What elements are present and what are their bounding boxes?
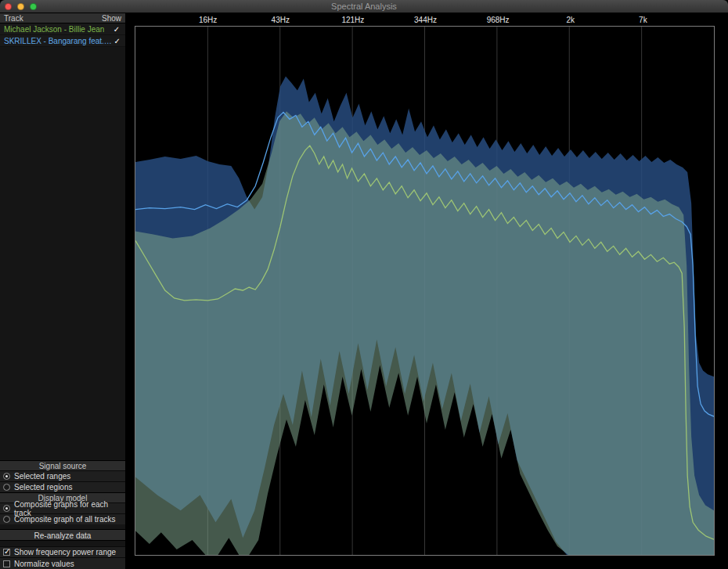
radio-label: Selected regions [14, 483, 73, 492]
track-row-bangarang[interactable]: SKRILLEX - Bangarang feat. Sirah [0, 35, 125, 47]
frequency-axis: 16Hz43Hz121Hz344Hz968Hz2k7k [126, 13, 728, 26]
signal-source-header: Signal source [0, 460, 125, 470]
freq-tick-label: 344Hz [414, 16, 437, 24]
freq-tick-label: 968Hz [487, 16, 510, 24]
checkbox-label: Normalize values [14, 560, 74, 568]
radio-selected-ranges[interactable]: Selected ranges [0, 470, 125, 481]
radio-label: Selected ranges [14, 472, 70, 481]
radio-icon[interactable] [3, 505, 10, 512]
track-list-header: Track Show [0, 13, 125, 23]
radio-icon[interactable] [3, 484, 10, 491]
close-button[interactable] [5, 3, 12, 10]
spectral-analysis-window: Spectral Analysis Track Show Michael Jac… [0, 0, 728, 569]
checkbox-icon[interactable] [3, 560, 10, 567]
checkbox-normalize-values[interactable]: Normalize values [0, 557, 125, 569]
radio-composite-all-tracks[interactable]: Composite graph of all tracks [0, 513, 125, 524]
checkbox-icon[interactable] [3, 549, 10, 556]
radio-label: Composite graph of all tracks [14, 515, 116, 524]
spectrum-canvas[interactable] [135, 27, 714, 555]
reanalyze-data-button[interactable]: Re-analyze data [0, 529, 125, 541]
radio-composite-each-track[interactable]: Composite graphs for each track [0, 502, 125, 513]
radio-icon[interactable] [3, 516, 10, 523]
track-name: SKRILLEX - Bangarang feat. Sirah [4, 37, 113, 45]
zoom-button[interactable] [30, 3, 37, 10]
checkbox-show-frequency-power-range[interactable]: Show frequency power range [0, 546, 125, 557]
title-bar: Spectral Analysis [0, 0, 728, 13]
window-title: Spectral Analysis [0, 2, 728, 11]
spectrum-plot[interactable] [135, 26, 715, 556]
sidebar: Track Show Michael Jackson - Billie Jean… [0, 13, 126, 569]
checkbox-label: Show frequency power range [14, 548, 116, 556]
minimize-button[interactable] [17, 3, 24, 10]
track-row-billie-jean[interactable]: Michael Jackson - Billie Jean [0, 23, 125, 35]
freq-tick-label: 43Hz [272, 16, 290, 24]
freq-tick-label: 16Hz [199, 16, 217, 24]
radio-icon[interactable] [3, 473, 10, 480]
show-track-checkbox[interactable] [113, 37, 121, 45]
sidebar-controls: Signal source Selected ranges Selected r… [0, 460, 125, 569]
freq-tick-label: 2k [566, 16, 575, 24]
freq-tick-label: 121Hz [341, 16, 364, 24]
traffic-lights [5, 3, 37, 10]
freq-tick-label: 7k [639, 16, 647, 24]
track-column-label: Track [4, 14, 23, 23]
chart-area: 16Hz43Hz121Hz344Hz968Hz2k7k [126, 13, 728, 569]
show-track-checkbox[interactable] [112, 25, 121, 34]
radio-selected-regions[interactable]: Selected regions [0, 481, 125, 492]
track-name: Michael Jackson - Billie Jean [4, 25, 104, 34]
show-column-label: Show [102, 14, 121, 23]
